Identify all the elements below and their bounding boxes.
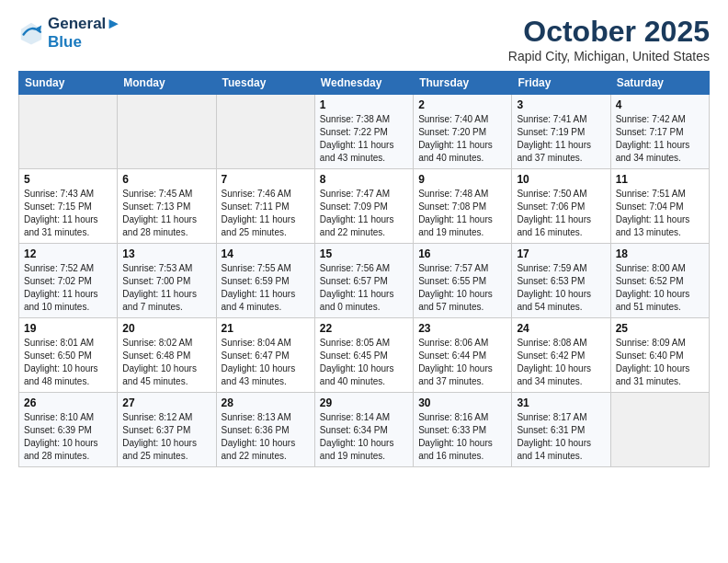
day-info: Sunrise: 8:17 AM Sunset: 6:31 PM Dayligh… xyxy=(517,411,605,463)
header-row: SundayMondayTuesdayWednesdayThursdayFrid… xyxy=(19,72,710,95)
title-block: October 2025 Rapid City, Michigan, Unite… xyxy=(508,15,710,63)
day-cell-6: 6Sunrise: 7:45 AM Sunset: 7:13 PM Daylig… xyxy=(118,169,216,244)
day-number: 20 xyxy=(122,322,210,335)
col-header-thursday: Thursday xyxy=(414,72,512,95)
day-cell-17: 17Sunrise: 7:59 AM Sunset: 6:53 PM Dayli… xyxy=(512,244,610,318)
day-cell-25: 25Sunrise: 8:09 AM Sunset: 6:40 PM Dayli… xyxy=(610,318,709,393)
day-cell-8: 8Sunrise: 7:47 AM Sunset: 7:09 PM Daylig… xyxy=(314,169,413,244)
day-cell-3: 3Sunrise: 7:41 AM Sunset: 7:19 PM Daylig… xyxy=(512,95,610,169)
day-info: Sunrise: 7:53 AM Sunset: 7:00 PM Dayligh… xyxy=(122,262,210,314)
day-cell-31: 31Sunrise: 8:17 AM Sunset: 6:31 PM Dayli… xyxy=(512,393,610,467)
day-info: Sunrise: 7:57 AM Sunset: 6:55 PM Dayligh… xyxy=(418,262,506,314)
day-number: 16 xyxy=(418,247,506,260)
day-info: Sunrise: 8:02 AM Sunset: 6:48 PM Dayligh… xyxy=(122,337,210,388)
day-cell-18: 18Sunrise: 8:00 AM Sunset: 6:52 PM Dayli… xyxy=(610,244,709,318)
day-number: 28 xyxy=(222,396,310,409)
day-number: 25 xyxy=(616,322,704,335)
col-header-tuesday: Tuesday xyxy=(216,72,314,95)
day-cell-2: 2Sunrise: 7:40 AM Sunset: 7:20 PM Daylig… xyxy=(414,95,512,169)
day-cell-30: 30Sunrise: 8:16 AM Sunset: 6:33 PM Dayli… xyxy=(414,393,512,467)
day-cell-22: 22Sunrise: 8:05 AM Sunset: 6:45 PM Dayli… xyxy=(314,318,413,393)
day-cell-9: 9Sunrise: 7:48 AM Sunset: 7:08 PM Daylig… xyxy=(414,169,512,244)
empty-cell xyxy=(19,95,118,169)
day-cell-7: 7Sunrise: 7:46 AM Sunset: 7:11 PM Daylig… xyxy=(216,169,314,244)
day-info: Sunrise: 8:01 AM Sunset: 6:50 PM Dayligh… xyxy=(24,337,112,388)
week-row-1: 1Sunrise: 7:38 AM Sunset: 7:22 PM Daylig… xyxy=(19,95,710,169)
day-number: 8 xyxy=(320,173,408,186)
day-cell-11: 11Sunrise: 7:51 AM Sunset: 7:04 PM Dayli… xyxy=(610,169,709,244)
day-cell-10: 10Sunrise: 7:50 AM Sunset: 7:06 PM Dayli… xyxy=(512,169,610,244)
day-number: 12 xyxy=(24,247,112,260)
day-number: 27 xyxy=(122,396,210,409)
day-info: Sunrise: 8:08 AM Sunset: 6:42 PM Dayligh… xyxy=(517,337,605,388)
day-number: 21 xyxy=(222,322,310,335)
col-header-saturday: Saturday xyxy=(610,72,709,95)
day-cell-12: 12Sunrise: 7:52 AM Sunset: 7:02 PM Dayli… xyxy=(19,244,118,318)
day-cell-13: 13Sunrise: 7:53 AM Sunset: 7:00 PM Dayli… xyxy=(118,244,216,318)
day-cell-24: 24Sunrise: 8:08 AM Sunset: 6:42 PM Dayli… xyxy=(512,318,610,393)
day-number: 2 xyxy=(418,98,506,111)
day-number: 3 xyxy=(517,98,605,111)
day-cell-15: 15Sunrise: 7:56 AM Sunset: 6:57 PM Dayli… xyxy=(314,244,413,318)
day-number: 6 xyxy=(122,173,210,186)
empty-cell xyxy=(118,95,216,169)
day-cell-16: 16Sunrise: 7:57 AM Sunset: 6:55 PM Dayli… xyxy=(414,244,512,318)
day-number: 23 xyxy=(418,322,506,335)
day-info: Sunrise: 8:04 AM Sunset: 6:47 PM Dayligh… xyxy=(222,337,310,388)
day-cell-4: 4Sunrise: 7:42 AM Sunset: 7:17 PM Daylig… xyxy=(610,95,709,169)
day-cell-5: 5Sunrise: 7:43 AM Sunset: 7:15 PM Daylig… xyxy=(19,169,118,244)
day-cell-20: 20Sunrise: 8:02 AM Sunset: 6:48 PM Dayli… xyxy=(118,318,216,393)
day-number: 29 xyxy=(320,396,408,409)
day-number: 10 xyxy=(517,173,605,186)
logo-icon xyxy=(18,20,44,46)
day-cell-21: 21Sunrise: 8:04 AM Sunset: 6:47 PM Dayli… xyxy=(216,318,314,393)
day-info: Sunrise: 7:59 AM Sunset: 6:53 PM Dayligh… xyxy=(517,262,605,314)
day-number: 9 xyxy=(418,173,506,186)
day-info: Sunrise: 8:09 AM Sunset: 6:40 PM Dayligh… xyxy=(616,337,704,388)
day-info: Sunrise: 7:38 AM Sunset: 7:22 PM Dayligh… xyxy=(320,113,408,165)
col-header-wednesday: Wednesday xyxy=(314,72,413,95)
week-row-4: 19Sunrise: 8:01 AM Sunset: 6:50 PM Dayli… xyxy=(19,318,710,393)
day-info: Sunrise: 7:46 AM Sunset: 7:11 PM Dayligh… xyxy=(222,188,310,239)
page-container: General► Blue October 2025 Rapid City, M… xyxy=(0,0,728,477)
day-cell-28: 28Sunrise: 8:13 AM Sunset: 6:36 PM Dayli… xyxy=(216,393,314,467)
day-number: 13 xyxy=(122,247,210,260)
day-info: Sunrise: 8:05 AM Sunset: 6:45 PM Dayligh… xyxy=(320,337,408,388)
col-header-sunday: Sunday xyxy=(19,72,118,95)
day-cell-1: 1Sunrise: 7:38 AM Sunset: 7:22 PM Daylig… xyxy=(314,95,413,169)
week-row-3: 12Sunrise: 7:52 AM Sunset: 7:02 PM Dayli… xyxy=(19,244,710,318)
logo-text: General► Blue xyxy=(48,15,121,51)
day-info: Sunrise: 7:55 AM Sunset: 6:59 PM Dayligh… xyxy=(222,262,310,314)
day-cell-26: 26Sunrise: 8:10 AM Sunset: 6:39 PM Dayli… xyxy=(19,393,118,467)
day-number: 19 xyxy=(24,322,112,335)
day-info: Sunrise: 7:45 AM Sunset: 7:13 PM Dayligh… xyxy=(122,188,210,239)
empty-cell xyxy=(610,393,709,467)
day-info: Sunrise: 7:52 AM Sunset: 7:02 PM Dayligh… xyxy=(24,262,112,314)
day-info: Sunrise: 8:12 AM Sunset: 6:37 PM Dayligh… xyxy=(122,411,210,463)
location-subtitle: Rapid City, Michigan, United States xyxy=(508,49,710,63)
day-number: 18 xyxy=(616,247,704,260)
day-number: 22 xyxy=(320,322,408,335)
day-cell-23: 23Sunrise: 8:06 AM Sunset: 6:44 PM Dayli… xyxy=(414,318,512,393)
week-row-5: 26Sunrise: 8:10 AM Sunset: 6:39 PM Dayli… xyxy=(19,393,710,467)
day-number: 24 xyxy=(517,322,605,335)
day-number: 26 xyxy=(24,396,112,409)
col-header-monday: Monday xyxy=(118,72,216,95)
week-row-2: 5Sunrise: 7:43 AM Sunset: 7:15 PM Daylig… xyxy=(19,169,710,244)
day-info: Sunrise: 7:56 AM Sunset: 6:57 PM Dayligh… xyxy=(320,262,408,314)
day-info: Sunrise: 8:10 AM Sunset: 6:39 PM Dayligh… xyxy=(24,411,112,463)
page-header: General► Blue October 2025 Rapid City, M… xyxy=(18,15,710,63)
day-cell-29: 29Sunrise: 8:14 AM Sunset: 6:34 PM Dayli… xyxy=(314,393,413,467)
day-number: 17 xyxy=(517,247,605,260)
day-number: 5 xyxy=(24,173,112,186)
day-number: 14 xyxy=(222,247,310,260)
calendar-table: SundayMondayTuesdayWednesdayThursdayFrid… xyxy=(18,71,710,467)
day-number: 30 xyxy=(418,396,506,409)
day-info: Sunrise: 7:47 AM Sunset: 7:09 PM Dayligh… xyxy=(320,188,408,239)
day-info: Sunrise: 8:06 AM Sunset: 6:44 PM Dayligh… xyxy=(418,337,506,388)
day-number: 4 xyxy=(616,98,704,111)
day-info: Sunrise: 8:16 AM Sunset: 6:33 PM Dayligh… xyxy=(418,411,506,463)
day-number: 31 xyxy=(517,396,605,409)
logo: General► Blue xyxy=(18,15,121,51)
day-info: Sunrise: 7:50 AM Sunset: 7:06 PM Dayligh… xyxy=(517,188,605,239)
